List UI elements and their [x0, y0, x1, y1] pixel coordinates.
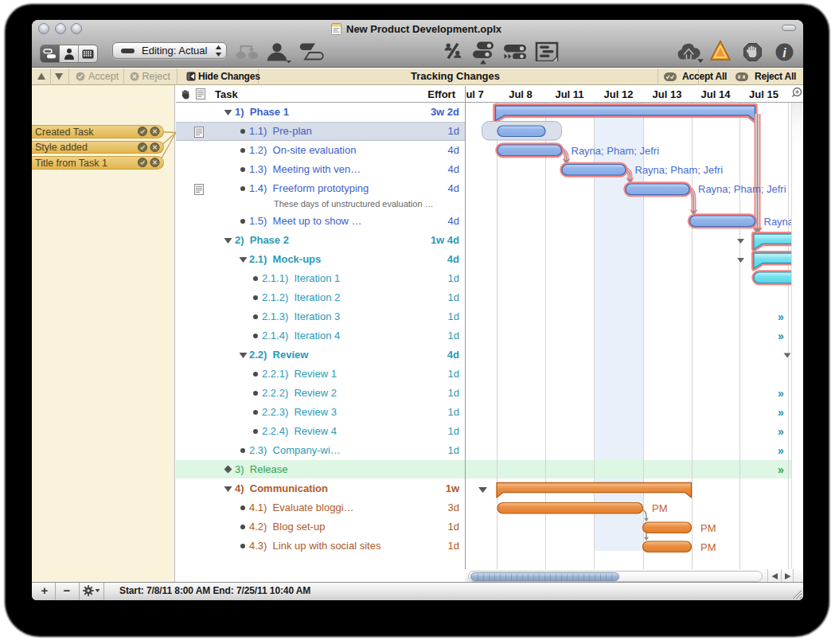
- svg-text:Rayna; Pham; Jefri: Rayna; Pham; Jefri: [572, 145, 660, 157]
- svg-text:i: i: [782, 46, 786, 60]
- svg-text:»: »: [778, 463, 784, 476]
- svg-text:Rayna; Pham; Jefri: Rayna; Pham; Jefri: [698, 183, 786, 195]
- svg-text:Rayna: Rayna: [764, 216, 792, 228]
- svg-text:»: »: [778, 310, 784, 323]
- svg-text:»: »: [778, 406, 784, 419]
- svg-text:»: »: [778, 330, 784, 342]
- svg-text:PM: PM: [700, 522, 716, 534]
- svg-text:PM: PM: [700, 541, 716, 553]
- svg-text:PM: PM: [652, 502, 668, 514]
- svg-text:»: »: [778, 444, 784, 457]
- svg-text:»: »: [778, 387, 784, 400]
- svg-text:Rayna; Pham; Jefri: Rayna; Pham; Jefri: [635, 164, 724, 176]
- svg-text:»: »: [778, 425, 784, 438]
